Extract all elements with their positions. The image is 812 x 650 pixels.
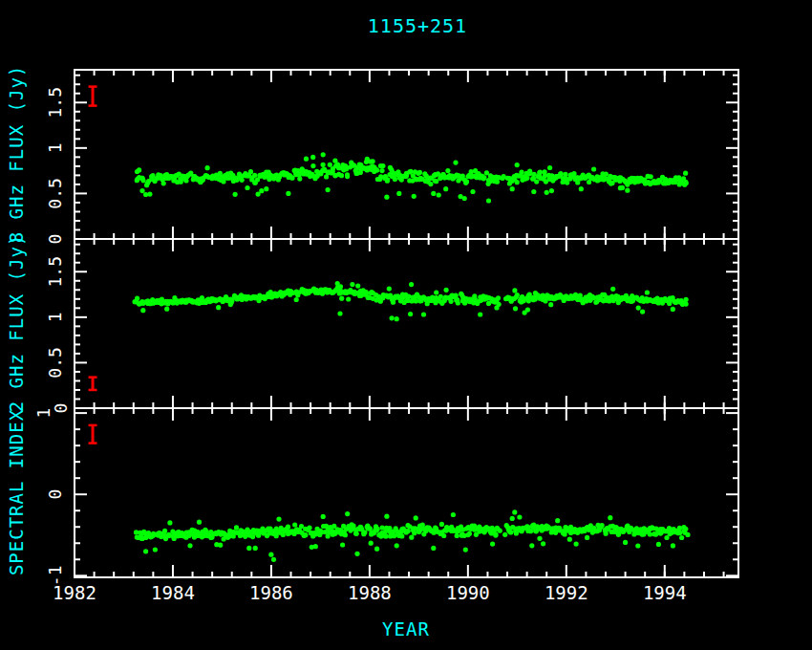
- y-tick-label: 0: [45, 234, 65, 245]
- y-tick-label: 0: [45, 489, 65, 500]
- chart-title: 1155+251: [368, 14, 467, 37]
- y-axis-title-2ghz: 2 GHz FLUX (Jy): [6, 234, 27, 413]
- x-tick-label: 1992: [545, 582, 588, 603]
- x-tick-label: 1994: [643, 582, 687, 603]
- x-tick-label: 1986: [249, 582, 293, 603]
- y-tick-label: 0: [51, 403, 71, 414]
- x-tick-label: 1982: [53, 582, 96, 603]
- y-tick-label: 0.5: [45, 178, 65, 209]
- plot-window: 1155+251 8 GHz FLUX (Jy) 2 GHz FLUX (Jy)…: [0, 0, 812, 650]
- x-tick-label: 1988: [348, 582, 392, 603]
- y-tick-label: 0.5: [45, 347, 65, 379]
- y-tick-label: 1.5: [45, 256, 65, 288]
- y-axis-title-spectral-index: SPECTRAL INDEX: [6, 409, 27, 575]
- y-tick-label: 1: [33, 408, 53, 419]
- x-tick-label: 1984: [151, 582, 195, 603]
- chart-background: [0, 0, 812, 650]
- y-tick-label: 1: [45, 312, 65, 322]
- x-axis-title: YEAR: [382, 618, 430, 639]
- x-tick-label: 1990: [446, 582, 490, 603]
- y-tick-label: 1.5: [45, 87, 65, 119]
- lightcurve-chart: 1155+251 8 GHz FLUX (Jy) 2 GHz FLUX (Jy)…: [0, 0, 812, 650]
- y-tick-label: 1: [45, 142, 65, 153]
- y-axis-title-8ghz: 8 GHz FLUX (Jy): [6, 65, 27, 244]
